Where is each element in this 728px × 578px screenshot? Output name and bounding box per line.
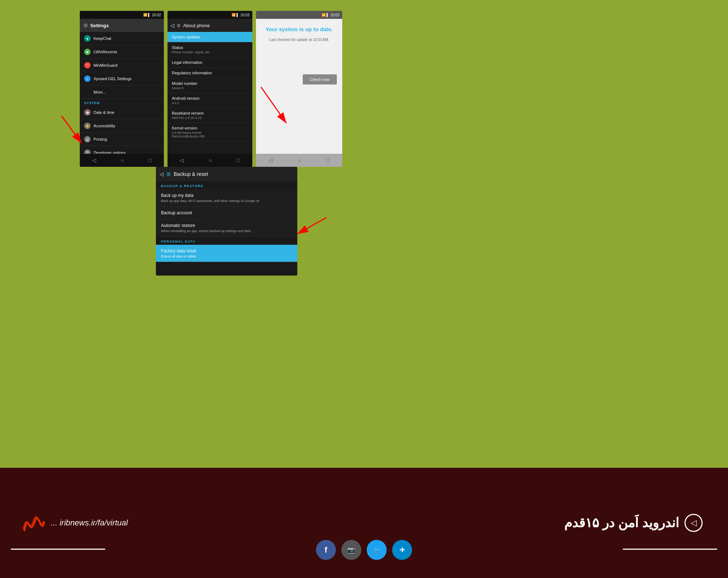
model-label: Model number [172,81,248,86]
update-content: Your system is up to date. Last checked … [256,19,342,162]
nav-bar-3: ◁ ○ □ [256,154,342,167]
back-arrow-backup[interactable]: ◁ [160,171,164,177]
instagram-icon[interactable]: 📷 [342,540,361,560]
settings-list: ● KeepChat ▣ LWInRecents 🛡 MinMinGuard X… [80,32,164,167]
status-bar-2: 📶 ▌ 10:03 [167,11,252,19]
update-title: Your system is up to date. [261,26,337,32]
backup-reset-screen: ◁ ⊞ Backup & reset BACKUP & RESTORE Back… [156,167,297,276]
kernel-value: 3.4.88-franco.Kernelfrancisco@ubuntu #50 [172,131,248,138]
list-item-keepchat[interactable]: ● KeepChat [80,32,164,45]
keepchat-label: KeepChat [94,36,111,41]
back-circle-icon[interactable]: ◁ [684,514,703,532]
wifi-icon-3: 📶 [322,13,326,17]
datetime-label: Date & time [94,110,114,115]
home-btn-2[interactable]: ○ [209,157,212,163]
check-now-button[interactable]: Check now [303,74,337,84]
printing-label: Printing [94,137,107,141]
factory-reset-subtitle: Erases all data on tablet [161,255,292,258]
more-label: More... [94,90,106,94]
list-item-xposed[interactable]: X Xposed GEL Settings [80,72,164,86]
lwin-icon: ▣ [84,49,91,55]
baseband-value: M8974A-1.0.25.0.23 [172,116,248,120]
backup-section-label: BACKUP & RESTORE [156,181,297,189]
title-area: اندروید اَمن در ۱۵قدم ◁ [564,514,706,532]
backup-title: Backup & reset [174,171,208,177]
about-phone-screen: 📶 ▌ 10:03 ◁ ⚙ About phone System updates… [167,11,252,167]
back-btn-2[interactable]: ◁ [180,157,184,163]
legal-item[interactable]: Legal information [167,57,252,68]
list-item-minmin[interactable]: 🛡 MinMinGuard [80,59,164,72]
signal-icon-2: ▌ [237,13,239,17]
baseband-label: Baseband version [172,111,248,115]
telegram-icon[interactable]: ✈ [392,540,412,560]
recent-btn-1[interactable]: □ [149,157,152,163]
legal-label: Legal information [172,60,248,65]
automatic-restore-label: Automatic restore [161,223,292,228]
signal-icon-1: ▌ [148,13,150,17]
home-btn-3[interactable]: ○ [298,157,301,163]
factory-reset-item[interactable]: Factory data reset Erases all data on ta… [156,245,297,262]
accessibility-label: Accessibility [94,124,115,128]
system-updates-label: System updates [172,35,248,39]
xposed-icon: X [84,75,91,82]
regulatory-label: Regulatory information [172,71,248,75]
back-arrow-2[interactable]: ◁ [170,22,174,28]
wifi-icon-2: 📶 [232,13,236,17]
gear-icon-1: ⚙ [83,22,88,28]
status-icons-3: 📶 ▌ [322,13,329,17]
svg-line-1 [62,116,82,143]
settings-title: Settings [90,23,109,28]
status-bar-3: 📶 ▌ 10:03 [256,11,342,19]
about-title: About phone [183,23,210,28]
settings-screen: 📶 ▌ 10:02 ⚙ Settings ● KeepChat ▣ LWInRe… [80,11,164,167]
time-1: 10:02 [152,13,161,17]
minmin-label: MinMinGuard [94,63,117,67]
android-version-item[interactable]: Android version 4.4.2 [167,93,252,108]
more-icon [84,89,91,95]
model-value: Nexus 5 [172,86,248,90]
nav-bar-1: ◁ ○ □ [80,154,164,167]
backup-account-item[interactable]: Backup account [156,207,297,219]
home-btn-1[interactable]: ○ [121,157,124,163]
baseband-item[interactable]: Baseband version M8974A-1.0.25.0.23 [167,108,252,123]
status-item[interactable]: Status Phone number, signal, etc. [167,42,252,57]
printing-icon: 🖨 [84,136,91,143]
signal-icon-3: ▌ [327,13,329,17]
xposed-label: Xposed GEL Settings [94,77,132,81]
minmin-icon: 🛡 [84,62,91,69]
system-updates-item[interactable]: System updates [167,32,252,42]
backup-icon: ⊞ [166,171,171,177]
list-item-accessibility[interactable]: ✋ Accessibility [80,119,164,133]
back-btn-3[interactable]: ◁ [269,157,273,163]
list-item-printing[interactable]: 🖨 Printing [80,133,164,146]
factory-reset-label: Factory data reset [161,248,292,253]
page-title: اندروید اَمن در ۱۵قدم [564,515,679,530]
automatic-restore-item[interactable]: Automatic restore When reinstalling an a… [156,219,297,237]
facebook-icon[interactable]: f [316,540,336,560]
list-item-more[interactable]: More... [80,86,164,99]
wifi-icon-1: 📶 [143,13,147,17]
datetime-icon: ⏰ [84,109,91,116]
time-2: 10:03 [240,13,249,17]
backup-my-data-item[interactable]: Back up my data Back up app data, Wi-Fi … [156,189,297,207]
list-item-lwin[interactable]: ▣ LWInRecents [80,45,164,59]
twitter-icon[interactable]: 🐦 [367,540,387,560]
accessibility-icon: ✋ [84,123,91,129]
kernel-label: Kernel version [172,126,248,130]
android-version-label: Android version [172,96,248,100]
about-list: System updates Status Phone number, sign… [167,32,252,141]
regulatory-item[interactable]: Regulatory information [167,68,252,78]
recent-btn-2[interactable]: □ [237,157,240,163]
kernel-item[interactable]: Kernel version 3.4.88-franco.Kernelfranc… [167,123,252,141]
model-item[interactable]: Model number Nexus 5 [167,78,252,93]
lwin-label: LWInRecents [94,50,117,54]
list-item-datetime[interactable]: ⏰ Date & time [80,106,164,119]
time-3: 10:03 [330,13,339,17]
personal-section-label: PERSONAL DATA [156,237,297,245]
recent-btn-3[interactable]: □ [327,157,330,163]
bottom-bar: ... iribnews.ir/fa/virtual اندروید اَمن … [0,468,728,578]
backup-my-data-label: Back up my data [161,193,292,198]
logo-text: ... iribnews.ir/fa/virtual [51,518,128,528]
status-label: Status [172,45,248,50]
back-btn-1[interactable]: ◁ [92,157,96,163]
